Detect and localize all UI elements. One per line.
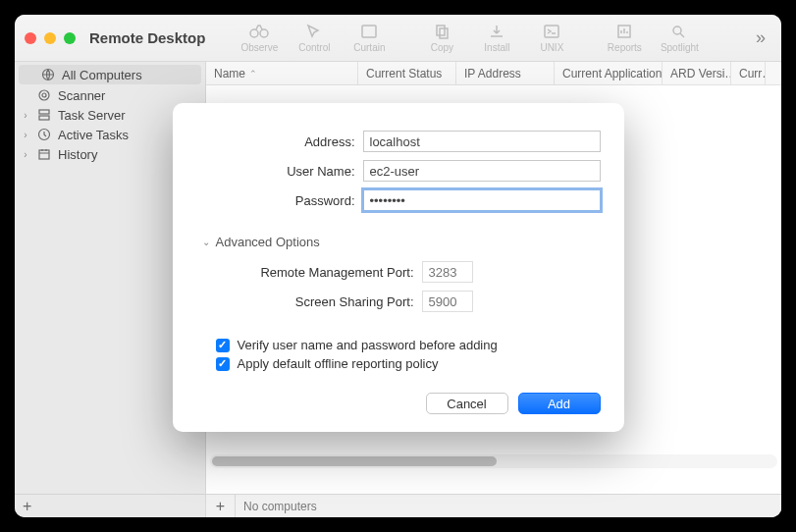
chevron-down-icon: ⌄ (202, 237, 210, 247)
calendar-icon (36, 146, 52, 162)
status-message: No computers (236, 500, 317, 513)
toolbar-label: Reports (608, 42, 642, 53)
toolbar: Observe Control Curtain Copy Install U (235, 23, 704, 53)
column-current-application[interactable]: Current Application (555, 62, 663, 84)
svg-point-10 (42, 93, 46, 97)
password-label: Password: (196, 193, 363, 208)
toolbar-label: Curtain (353, 42, 385, 53)
column-curr-[interactable]: Curr… (731, 62, 766, 84)
toolbar-label: UNIX (540, 42, 563, 53)
install-icon (486, 23, 507, 40)
svg-rect-2 (362, 26, 376, 37)
toolbar-curtain[interactable]: Curtain (345, 23, 394, 53)
svg-rect-4 (440, 28, 448, 38)
toolbar-reports[interactable]: Reports (600, 23, 649, 53)
binoculars-icon (248, 23, 270, 40)
chevron-right-icon: › (21, 110, 30, 121)
sidebar-item-scanner[interactable]: Scanner (15, 85, 205, 105)
sidebar-item-label: All Computers (62, 68, 142, 82)
app-window: Remote Desktop Observe Control Curtain C… (15, 15, 781, 517)
cancel-button[interactable]: Cancel (426, 393, 508, 414)
column-headers: Name⌃Current StatusIP AddressCurrent App… (206, 62, 781, 85)
rmport-label: Remote Management Port: (196, 265, 422, 280)
toolbar-control[interactable]: Control (290, 23, 339, 53)
app-title: Remote Desktop (89, 29, 205, 46)
add-computer-dialog: Address: User Name: Password: ⌄ Advanced… (173, 103, 624, 432)
status-add-button[interactable]: + (206, 495, 236, 517)
zoom-dot[interactable] (64, 32, 76, 44)
clock-icon (36, 127, 52, 142)
minimize-dot[interactable] (44, 32, 56, 44)
username-label: User Name: (196, 164, 363, 179)
column-ip-address[interactable]: IP Address (456, 62, 555, 84)
toolbar-copy[interactable]: Copy (417, 23, 466, 53)
policy-label: Apply default offline reporting policy (238, 356, 439, 371)
toolbar-label: Copy (431, 42, 453, 53)
column-current-status[interactable]: Current Status (358, 62, 456, 84)
sidebar-add-button[interactable]: + (15, 494, 205, 517)
toolbar-overflow-icon[interactable]: » (750, 27, 771, 48)
cursor-icon (303, 23, 325, 40)
column-label: Name (214, 67, 245, 80)
username-input[interactable] (363, 160, 601, 182)
sidebar-item-label: Active Tasks (58, 128, 129, 142)
svg-point-1 (260, 29, 268, 37)
toolbar-label: Observe (240, 42, 278, 53)
add-button[interactable]: Add (518, 393, 601, 414)
advanced-heading: Advanced Options (216, 235, 320, 249)
svg-point-9 (39, 90, 49, 100)
sidebar-item-all-computers[interactable]: All Computers (19, 65, 201, 84)
advanced-toggle[interactable]: ⌄ Advanced Options (202, 235, 601, 249)
ssport-input[interactable] (422, 291, 473, 312)
sidebar-item-label: Scanner (58, 88, 105, 103)
chevron-right-icon: › (21, 149, 30, 160)
sort-asc-icon: ⌃ (249, 69, 257, 79)
terminal-icon (541, 23, 562, 40)
scrollbar-thumb[interactable] (212, 456, 497, 466)
toolbar-unix[interactable]: UNIX (527, 23, 576, 53)
svg-point-0 (250, 29, 258, 37)
svg-rect-11 (39, 110, 49, 114)
toolbar-spotlight[interactable]: Spotlight (655, 23, 704, 53)
horizontal-scrollbar[interactable] (210, 454, 777, 468)
search-icon (668, 23, 690, 40)
curtain-icon (358, 23, 380, 40)
svg-rect-3 (437, 26, 445, 35)
column-label: Current Status (366, 67, 442, 80)
toolbar-install[interactable]: Install (472, 23, 521, 53)
sidebar-item-label: History (58, 147, 97, 162)
toolbar-label: Control (298, 42, 330, 53)
address-label: Address: (196, 134, 363, 149)
toolbar-observe[interactable]: Observe (235, 23, 284, 53)
svg-point-7 (673, 27, 681, 34)
column-ard-versi-[interactable]: ARD Versi… (663, 62, 731, 84)
sidebar-item-label: Task Server (58, 108, 126, 123)
verify-checkbox[interactable]: ✓ (216, 339, 230, 352)
column-name[interactable]: Name⌃ (206, 62, 358, 84)
verify-label: Verify user name and password before add… (238, 338, 498, 352)
network-icon (40, 67, 56, 82)
column-label: Current Application (562, 67, 662, 80)
password-input[interactable] (363, 189, 601, 211)
address-input[interactable] (363, 131, 601, 152)
svg-rect-12 (39, 116, 49, 120)
window-controls (25, 32, 76, 44)
column-label: IP Address (464, 67, 521, 80)
server-icon (36, 107, 52, 123)
statusbar: + No computers (206, 494, 781, 517)
svg-rect-14 (39, 150, 49, 159)
chevron-right-icon: › (21, 130, 30, 140)
rmport-input[interactable] (422, 261, 473, 283)
toolbar-label: Install (484, 42, 509, 53)
titlebar: Remote Desktop Observe Control Curtain C… (15, 15, 781, 62)
reports-icon (613, 23, 635, 40)
close-dot[interactable] (25, 32, 36, 44)
toolbar-label: Spotlight (661, 42, 699, 53)
policy-checkbox[interactable]: ✓ (216, 357, 230, 371)
ssport-label: Screen Sharing Port: (196, 294, 422, 309)
column-label: ARD Versi… (670, 67, 731, 80)
target-icon (36, 87, 52, 103)
column-label: Curr… (739, 67, 766, 80)
copy-icon (431, 23, 452, 40)
